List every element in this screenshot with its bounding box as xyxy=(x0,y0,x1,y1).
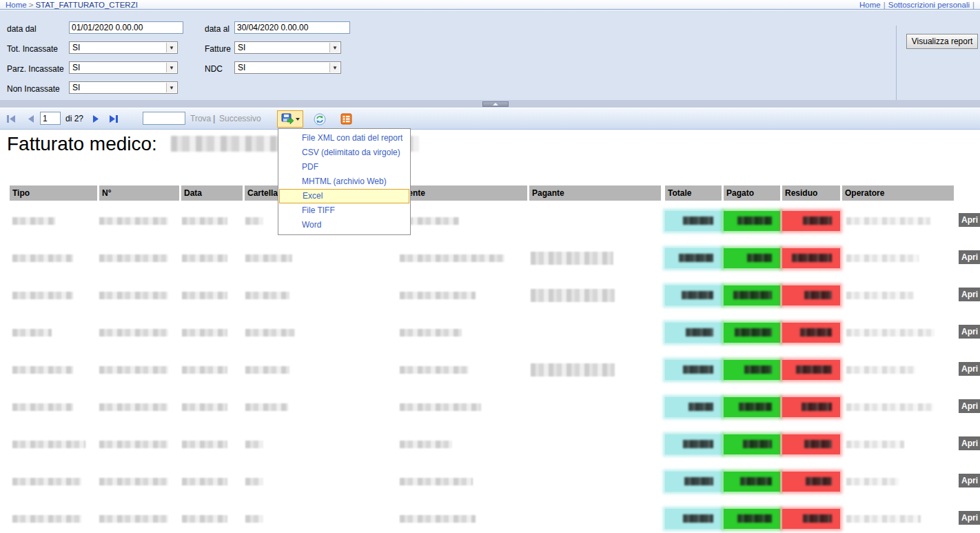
apri-fattura-button[interactable]: Apri Fattura xyxy=(959,362,980,376)
parz-incassate-select[interactable]: SI ▼ xyxy=(69,61,178,74)
next-page-button[interactable] xyxy=(89,112,103,125)
parameters-panel: data dal data al Tot. Incassate SI ▼ Fat… xyxy=(0,10,980,100)
data-feed-export-button[interactable] xyxy=(338,111,354,127)
export-menu-item-file[interactable]: File XML con dati del report xyxy=(278,131,410,145)
apri-fattura-button[interactable]: Apri Fattura xyxy=(959,213,980,227)
tot-incassate-label: Tot. Incassate xyxy=(7,44,58,54)
export-dropdown-button[interactable] xyxy=(277,110,303,128)
page-count-label: di 2? xyxy=(65,114,83,123)
table-row: Apri Fattura xyxy=(0,248,980,285)
redacted-operatore xyxy=(846,292,914,299)
breadcrumb-home-link[interactable]: Home xyxy=(6,1,27,9)
redacted-data xyxy=(182,441,227,448)
redacted-totale-amount xyxy=(683,440,713,448)
redacted-numero xyxy=(99,254,168,262)
pagato-amount-cell xyxy=(724,472,780,492)
redacted-tipo xyxy=(12,329,52,336)
top-links-separator-2: | xyxy=(970,1,977,9)
report-toolbar: di 2? Trova | Successivo xyxy=(0,108,980,130)
non-incassate-select[interactable]: SI ▼ xyxy=(69,81,178,94)
redacted-cliente xyxy=(400,403,481,411)
redacted-operatore xyxy=(846,515,921,523)
totale-amount-cell xyxy=(665,397,722,417)
residuo-amount-cell xyxy=(782,397,840,417)
column-header-totale: Totale xyxy=(665,185,722,201)
current-page-input[interactable] xyxy=(40,112,61,125)
redacted-residuo-amount xyxy=(803,217,832,225)
redacted-cartella xyxy=(245,478,263,485)
apri-fattura-button[interactable]: Apri Fattura xyxy=(959,288,980,301)
export-menu-item-csv[interactable]: CSV (delimitato da virgole) xyxy=(278,145,410,160)
column-header-tipo: Tipo xyxy=(10,185,97,201)
redacted-pagato-amount xyxy=(739,403,772,411)
breadcrumb-separator: > xyxy=(27,1,36,9)
view-report-button[interactable]: Visualizza report xyxy=(906,34,978,49)
refresh-button[interactable] xyxy=(312,111,328,127)
redacted-cliente xyxy=(400,441,452,448)
tot-incassate-select[interactable]: SI ▼ xyxy=(69,41,178,54)
find-text-input[interactable] xyxy=(143,112,185,125)
apri-fattura-button[interactable]: Apri Fattura xyxy=(959,325,980,339)
redacted-operatore xyxy=(846,403,933,411)
totale-amount-cell xyxy=(665,211,722,231)
last-page-button[interactable] xyxy=(106,112,120,125)
last-page-icon xyxy=(108,114,119,123)
apri-fattura-button[interactable]: Apri Fattura xyxy=(959,474,980,487)
fatture-value: SI xyxy=(238,43,245,52)
fatture-select[interactable]: SI ▼ xyxy=(234,41,341,54)
export-menu-item-word[interactable]: Word xyxy=(278,218,410,232)
parz-incassate-label: Parz. Incassate xyxy=(7,64,64,74)
export-menu-item-file[interactable]: File TIFF xyxy=(278,203,410,218)
apri-fattura-button[interactable]: Apri Fattura xyxy=(959,436,980,450)
table-row: Apri Fattura xyxy=(0,434,980,472)
data-al-label: data al xyxy=(205,24,229,34)
export-menu-item-pdf[interactable]: PDF xyxy=(278,160,410,174)
apri-fattura-button[interactable]: Apri Fattura xyxy=(959,399,980,413)
column-header-pagante: Pagante xyxy=(529,185,661,201)
redacted-pagato-amount xyxy=(740,477,772,485)
redacted-pagante xyxy=(531,252,613,265)
redacted-cliente xyxy=(400,292,476,299)
find-button[interactable]: Trova xyxy=(190,114,211,123)
previous-page-button[interactable] xyxy=(23,112,37,125)
redacted-tipo xyxy=(12,292,73,299)
residuo-amount-cell xyxy=(782,211,840,231)
find-next-button[interactable]: Successivo xyxy=(219,114,261,123)
chevron-up-icon xyxy=(493,103,498,105)
redacted-tipo xyxy=(12,366,73,374)
data-al-input[interactable] xyxy=(234,21,350,34)
pagato-amount-cell xyxy=(724,285,780,305)
redacted-tipo xyxy=(12,403,73,411)
redacted-residuo-amount xyxy=(806,477,832,485)
home-link[interactable]: Home xyxy=(859,1,881,9)
column-header-pagato: Pagato xyxy=(724,185,780,201)
parameters-splitter xyxy=(0,100,980,108)
parz-incassate-value: SI xyxy=(72,63,80,72)
export-menu-item-excel[interactable]: Excel xyxy=(279,189,409,203)
first-page-button[interactable] xyxy=(4,112,18,125)
redacted-pagante xyxy=(531,289,615,302)
residuo-amount-cell xyxy=(782,360,840,380)
export-format-menu: File XML con dati del reportCSV (delimit… xyxy=(278,128,411,235)
chevron-down-icon: ▼ xyxy=(329,63,340,72)
subscriptions-link[interactable]: Sottoscrizioni personali xyxy=(888,1,970,9)
apri-fattura-button[interactable]: Apri Fattura xyxy=(959,250,980,264)
data-dal-input[interactable] xyxy=(69,21,183,34)
redacted-data xyxy=(182,403,227,411)
export-menu-item-mhtml[interactable]: MHTML (archivio Web) xyxy=(278,174,410,189)
redacted-tipo xyxy=(12,478,81,485)
collapse-parameters-handle[interactable] xyxy=(482,101,509,107)
table-row: Apri Fattura xyxy=(0,285,980,323)
redacted-pagante xyxy=(531,363,615,376)
redacted-data xyxy=(182,366,227,374)
redacted-operatore xyxy=(846,441,904,448)
residuo-amount-cell xyxy=(782,285,840,305)
ndc-select[interactable]: SI ▼ xyxy=(234,61,341,74)
apri-fattura-button[interactable]: Apri Fattura xyxy=(959,511,980,525)
data-feed-icon xyxy=(340,113,352,125)
fatture-label: Fatture xyxy=(205,44,231,54)
chevron-down-icon: ▼ xyxy=(166,83,176,92)
parameters-divider xyxy=(896,26,897,108)
redacted-tipo xyxy=(12,254,73,262)
residuo-amount-cell xyxy=(782,323,840,343)
